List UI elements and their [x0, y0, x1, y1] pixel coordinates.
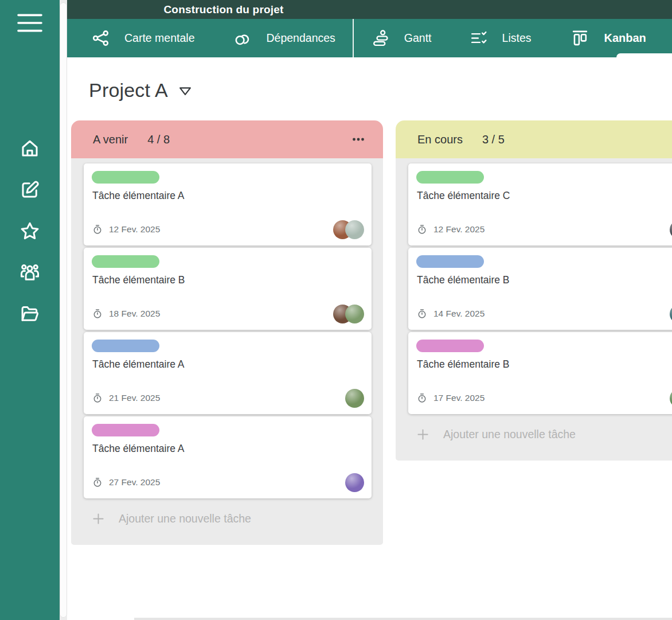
column-header: En cours 3 / 5	[396, 120, 672, 158]
task-due-date: 17 Fev. 2025	[433, 393, 485, 403]
column-body: Tâche élémentaire C 12 Fev. 2025 Tâche é…	[396, 158, 672, 461]
tab-gantt[interactable]: Gantt	[372, 29, 432, 47]
kanban-column: En cours 3 / 5 Tâche élémentaire C 12 Fe…	[396, 120, 672, 461]
hamburger-icon	[16, 11, 44, 34]
timer-icon	[417, 393, 427, 403]
task-card[interactable]: Tâche élémentaire B 17 Fev. 2025	[408, 332, 672, 414]
timer-icon	[92, 309, 103, 319]
view-tabbar: Carte mentale Dépendances Gantt Listes K…	[67, 19, 672, 57]
sidebar-nav	[0, 138, 60, 325]
column-count: 4 / 8	[147, 133, 170, 146]
column-title: En cours	[417, 133, 463, 146]
card-list: Tâche élémentaire C 12 Fev. 2025 Tâche é…	[408, 163, 672, 414]
task-title: Tâche élémentaire B	[417, 358, 509, 371]
task-footer: 12 Fev. 2025	[92, 220, 364, 239]
task-tag	[92, 340, 159, 352]
tabbar-divider	[353, 19, 354, 57]
assignee-avatars	[333, 220, 364, 239]
column-menu-button[interactable]	[350, 131, 367, 148]
board-content: Project A A venir 4 / 8 Tâche élémentair…	[67, 79, 672, 620]
sidebar	[0, 0, 60, 620]
tab-label: Kanban	[604, 32, 646, 45]
edit-icon	[19, 180, 40, 200]
task-title: Tâche élémentaire A	[92, 443, 185, 455]
tab-listes[interactable]: Listes	[470, 29, 532, 47]
kanban-icon	[571, 29, 589, 47]
avatar	[345, 305, 364, 323]
vertical-scrollbar-thumb[interactable]	[60, 2, 67, 618]
avatar	[345, 389, 364, 408]
task-tag	[416, 255, 484, 268]
sidebar-item-projects[interactable]	[17, 303, 42, 325]
star-icon	[19, 221, 40, 241]
task-due-date: 12 Fev. 2025	[433, 224, 485, 235]
add-task-button[interactable]: Ajouter une nouvelle tâche	[84, 508, 251, 530]
task-title: Tâche élémentaire B	[417, 274, 509, 286]
task-tag	[92, 255, 159, 268]
avatar	[345, 473, 364, 492]
vertical-scrollbar-track[interactable]	[60, 0, 67, 620]
menu-button[interactable]	[16, 11, 44, 36]
dependencies-icon	[233, 29, 251, 47]
task-due-date: 18 Fev. 2025	[109, 309, 160, 319]
tab-label: Carte mentale	[124, 32, 194, 45]
plus-icon	[92, 512, 105, 525]
kanban-column: A venir 4 / 8 Tâche élémentaire A 12 Fev…	[71, 120, 383, 545]
tab-kanban[interactable]: Kanban	[571, 29, 646, 47]
assignee-avatars	[670, 220, 672, 239]
timer-icon	[92, 224, 103, 235]
timer-icon	[417, 309, 427, 319]
ellipsis-icon	[350, 131, 367, 148]
plus-icon	[416, 428, 429, 441]
task-tag	[92, 171, 159, 184]
task-due-date: 14 Fev. 2025	[433, 309, 485, 319]
horizontal-scrollbar[interactable]	[134, 618, 672, 620]
project-topbar: Construction du projet	[67, 0, 672, 19]
tab-d-pendances[interactable]: Dépendances	[233, 29, 335, 47]
avatar	[345, 220, 364, 239]
tab-label: Listes	[502, 32, 532, 45]
avatar	[670, 305, 672, 323]
column-header: A venir 4 / 8	[71, 120, 383, 158]
lists-icon	[470, 29, 487, 47]
task-card[interactable]: Tâche élémentaire B 18 Fev. 2025	[84, 248, 372, 330]
add-task-label: Ajouter une nouvelle tâche	[443, 428, 576, 441]
avatar	[670, 389, 672, 408]
app-root: Construction du projet Carte mentale Dép…	[0, 0, 672, 620]
board-title-row: Project A	[89, 79, 672, 102]
task-title: Tâche élémentaire C	[417, 190, 510, 202]
avatar	[670, 220, 672, 239]
task-footer: 14 Fev. 2025	[417, 304, 672, 323]
board-title: Project A	[89, 79, 168, 102]
task-card[interactable]: Tâche élémentaire C 12 Fev. 2025	[408, 163, 672, 245]
task-footer: 27 Fev. 2025	[92, 473, 364, 492]
sidebar-item-home[interactable]	[17, 138, 42, 159]
sidebar-item-edit[interactable]	[17, 179, 42, 201]
task-tag	[92, 424, 159, 436]
tab-label: Dépendances	[266, 32, 335, 45]
main-area: Construction du projet Carte mentale Dép…	[67, 0, 672, 620]
task-footer: 12 Fev. 2025	[417, 220, 672, 239]
home-icon	[19, 138, 40, 159]
timer-icon	[92, 393, 103, 403]
active-tab-indicator	[616, 53, 672, 57]
assignee-avatars	[345, 473, 364, 492]
task-card[interactable]: Tâche élémentaire A 27 Fev. 2025	[84, 416, 372, 498]
card-list: Tâche élémentaire A 12 Fev. 2025 Tâche é…	[84, 163, 372, 498]
task-title: Tâche élémentaire A	[92, 358, 185, 371]
sidebar-item-team[interactable]	[17, 262, 42, 283]
task-due-date: 27 Fev. 2025	[109, 477, 160, 488]
task-card[interactable]: Tâche élémentaire B 14 Fev. 2025	[408, 248, 672, 330]
task-card[interactable]: Tâche élémentaire A 12 Fev. 2025	[84, 163, 372, 245]
assignee-avatars	[333, 305, 364, 323]
column-title: A venir	[93, 133, 128, 146]
timer-icon	[417, 224, 427, 235]
tab-carte-mentale[interactable]: Carte mentale	[92, 29, 194, 47]
board-title-dropdown[interactable]	[178, 80, 193, 100]
task-tag	[416, 340, 484, 352]
sidebar-item-favorites[interactable]	[17, 220, 42, 242]
task-due-date: 21 Fev. 2025	[109, 393, 160, 403]
task-card[interactable]: Tâche élémentaire A 21 Fev. 2025	[84, 332, 372, 414]
add-task-button[interactable]: Ajouter une nouvelle tâche	[408, 423, 576, 446]
add-task-label: Ajouter une nouvelle tâche	[119, 512, 251, 525]
